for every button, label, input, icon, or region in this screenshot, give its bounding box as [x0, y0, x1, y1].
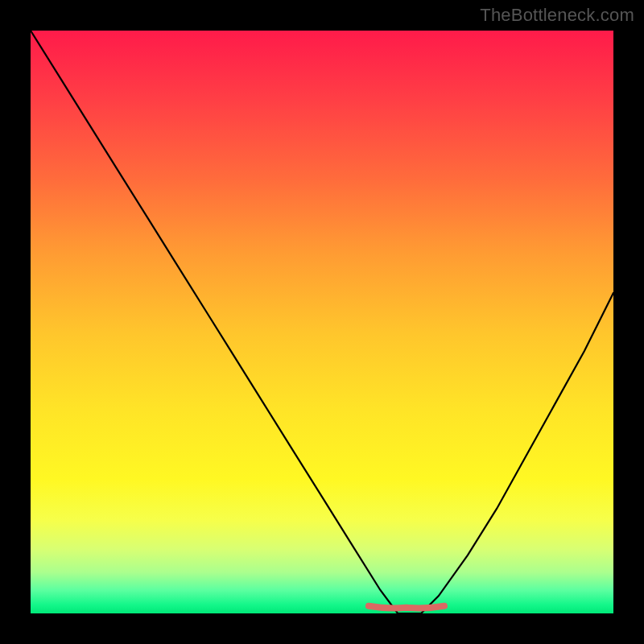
watermark-text: TheBottleneck.com — [480, 5, 634, 26]
chart-frame: TheBottleneck.com — [0, 0, 644, 644]
plot-area — [31, 31, 613, 613]
optimal-range-marker — [369, 606, 444, 609]
chart-overlay — [31, 31, 613, 613]
bottleneck-curve — [31, 31, 613, 613]
